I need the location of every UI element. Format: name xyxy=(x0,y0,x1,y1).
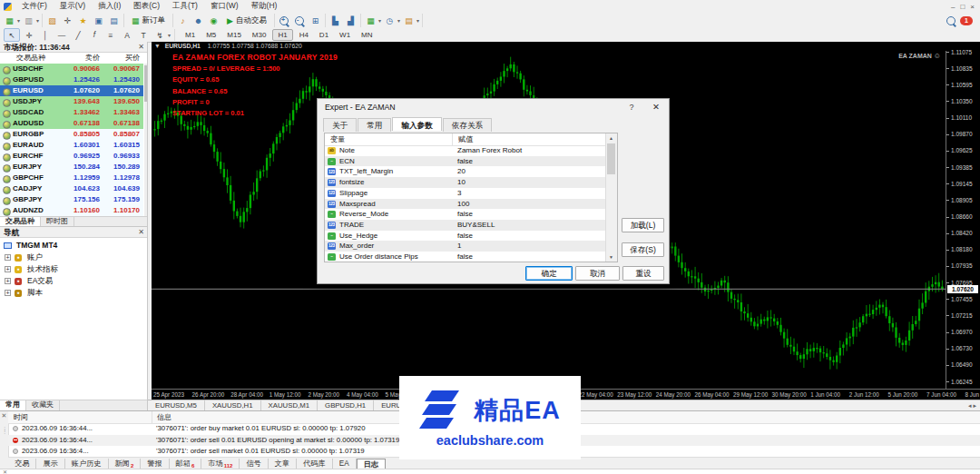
timeframe-D1[interactable]: D1 xyxy=(315,30,333,40)
fibo-tool[interactable]: 𝑓 xyxy=(87,29,102,41)
expand-icon[interactable]: + xyxy=(5,254,11,261)
param-row[interactable]: 123Max_order1 xyxy=(325,241,607,252)
market-watch-row[interactable]: USDCHF0.900660.90067 xyxy=(0,64,143,74)
dropdown-arrow-icon[interactable]: ▾ xyxy=(397,17,400,24)
favorites-icon[interactable]: ★ xyxy=(76,15,90,27)
zoom-in-icon[interactable]: + xyxy=(278,15,291,27)
web-icon[interactable]: ◉ xyxy=(207,15,220,27)
reset-button[interactable]: 重设 xyxy=(622,266,664,281)
chart-image-icon[interactable]: ▧ xyxy=(45,15,59,27)
menu-item-2[interactable]: 插入(I) xyxy=(92,1,127,12)
profiles-icon[interactable]: ▥ xyxy=(22,15,35,27)
dialog-tab-3[interactable]: 依存关系 xyxy=(443,118,492,132)
smiley-icon[interactable]: ☺ xyxy=(934,52,941,60)
channel-tool[interactable]: ≡ xyxy=(103,29,118,41)
timeframe-H4[interactable]: H4 xyxy=(295,30,313,40)
navigator-root[interactable]: TMGM MT4 xyxy=(0,240,145,252)
cursor-tool[interactable]: ↖ xyxy=(4,28,20,42)
account-icon[interactable]: ☻ xyxy=(191,15,205,27)
terminal-close-icon[interactable]: ✕ xyxy=(0,411,8,420)
new-order-button[interactable]: ▦新订单 xyxy=(127,15,170,27)
timeframe-M15[interactable]: M15 xyxy=(222,30,246,40)
label-tool[interactable]: T xyxy=(136,29,151,41)
menu-item-0[interactable]: 文件(F) xyxy=(15,1,54,12)
expand-icon[interactable]: + xyxy=(5,278,11,284)
zoom-out-icon[interactable]: - xyxy=(293,15,307,27)
close-button[interactable]: × xyxy=(970,3,975,11)
navigator-item-2[interactable]: +●EA交易 xyxy=(0,275,145,287)
menu-item-3[interactable]: 图表(C) xyxy=(127,1,166,12)
minimize-button[interactable]: – xyxy=(951,3,955,11)
tile-windows-icon[interactable]: ⊞ xyxy=(309,15,322,27)
statusbar-close-icon[interactable]: ✕ xyxy=(3,469,7,474)
timeframe-M30[interactable]: M30 xyxy=(248,30,271,40)
param-row[interactable]: 123Slippage3 xyxy=(325,188,607,199)
autotrade-button[interactable]: ▶自动交易 xyxy=(222,15,271,27)
market-watch-close-icon[interactable]: ✕ xyxy=(138,42,144,53)
timeframe-MN[interactable]: MN xyxy=(357,30,377,40)
periods-icon[interactable]: ◷ xyxy=(383,15,397,27)
new-chart-icon[interactable]: ▦ xyxy=(3,15,16,27)
chart-layout-icon[interactable]: ▣ xyxy=(92,15,105,27)
navigator-item-0[interactable]: +●账户 xyxy=(0,252,145,263)
crosshair-cursor-icon[interactable]: ✛ xyxy=(61,15,74,27)
navigator-item-1[interactable]: +●技术指标 xyxy=(0,263,145,275)
dialog-table-scrollbar[interactable]: ▲▼ xyxy=(605,133,617,262)
dropdown-arrow-icon[interactable]: ▾ xyxy=(36,17,39,24)
market-watch-row[interactable]: EURGBP0.858050.85807 xyxy=(0,129,143,140)
timeframe-W1[interactable]: W1 xyxy=(335,30,355,40)
param-row[interactable]: ~ECNfalse xyxy=(325,156,607,167)
param-row[interactable]: 123TXT_left_Margin20 xyxy=(325,166,607,177)
menu-item-1[interactable]: 显示(V) xyxy=(54,1,92,12)
market-watch-row[interactable]: EURAUD1.603011.60315 xyxy=(0,140,143,151)
param-row[interactable]: ~Use Order distance Pipsfalse xyxy=(325,252,607,262)
chart-window-menu-icon[interactable]: ▼ xyxy=(154,43,161,49)
templates-icon[interactable]: ▤ xyxy=(402,15,416,27)
sound-icon[interactable]: ♪ xyxy=(176,15,190,27)
expand-icon[interactable]: + xyxy=(5,266,11,272)
market-watch-row[interactable]: CADJPY104.623104.639 xyxy=(0,183,143,194)
param-row[interactable]: ~Reverse_Modefalse xyxy=(325,209,607,220)
market-watch-scrollbar[interactable] xyxy=(144,64,147,216)
menu-item-4[interactable]: 工具(T) xyxy=(166,1,204,12)
dialog-tab-1[interactable]: 常用 xyxy=(358,118,391,132)
market-watch-row[interactable]: USDJPY139.643139.650 xyxy=(0,96,143,107)
menu-item-6[interactable]: 帮助(H) xyxy=(245,1,284,12)
chart-window-titlebar[interactable]: ▼ EURUSD,H1 1.07755 1.07758 1.07688 1.07… xyxy=(152,42,980,51)
dialog-tab-2[interactable]: 输入参数 xyxy=(392,117,441,131)
dropdown-arrow-icon[interactable]: ▾ xyxy=(168,32,171,38)
navigator-item-3[interactable]: +●脚本 xyxy=(0,287,145,299)
market-watch-row[interactable]: GBPCHF1.129591.12978 xyxy=(0,173,143,183)
market-watch-row[interactable]: EURJPY150.284150.289 xyxy=(0,162,143,173)
menu-item-5[interactable]: 窗口(W) xyxy=(204,1,245,12)
dialog-titlebar[interactable]: Expert - EA ZAMAN xyxy=(318,99,669,115)
tick-chart-icon[interactable]: ▤ xyxy=(107,15,121,27)
dialog-tab-0[interactable]: 关于 xyxy=(323,118,357,132)
cancel-button[interactable]: 取消 xyxy=(575,266,620,281)
load-button[interactable]: 加载(L) xyxy=(622,218,664,232)
expand-icon[interactable]: + xyxy=(5,290,11,296)
market-watch-row[interactable]: AUDUSD0.671380.67138 xyxy=(0,118,143,129)
param-row[interactable]: 123fontsize10 xyxy=(325,177,607,188)
dropdown-arrow-icon[interactable]: ▾ xyxy=(416,17,419,24)
text-tool[interactable]: A xyxy=(120,29,134,41)
ok-button[interactable]: 确定 xyxy=(525,266,573,281)
market-watch-row[interactable]: EURUSD1.076201.07620 xyxy=(0,85,143,96)
trendline-tool[interactable]: ╱ xyxy=(71,29,85,41)
save-button[interactable]: 保存(S) xyxy=(622,242,664,257)
param-row[interactable]: 123TRADEBUY&SELL xyxy=(325,220,607,231)
navigator-close-icon[interactable]: ✕ xyxy=(138,227,144,238)
timeframe-M5[interactable]: M5 xyxy=(201,30,220,40)
notification-badge[interactable]: 1 xyxy=(960,16,973,25)
param-row[interactable]: abNoteZaman Forex Robot xyxy=(325,145,607,156)
dropdown-arrow-icon[interactable]: ▾ xyxy=(17,17,20,24)
arrange-vertical-icon[interactable]: ▟ xyxy=(344,15,358,27)
market-watch-row[interactable]: GBPUSD1.254261.25430 xyxy=(0,74,143,85)
param-row[interactable]: 123Maxspread100 xyxy=(325,199,607,210)
search-icon[interactable] xyxy=(946,16,956,25)
arrows-tool[interactable]: ↯ xyxy=(152,29,167,41)
chart-tab-scroll-arrows[interactable]: ◂ ▸ xyxy=(968,402,980,410)
indicators-icon[interactable]: ▦ xyxy=(364,15,377,27)
dropdown-arrow-icon[interactable]: ▾ xyxy=(378,17,381,24)
arrange-horizontal-icon[interactable]: ▙ xyxy=(328,15,342,27)
